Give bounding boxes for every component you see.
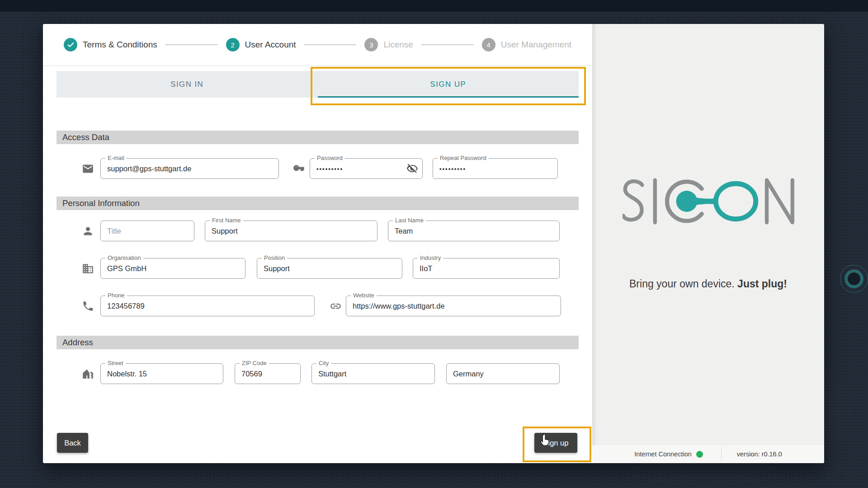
signup-form: Access Data E-mail support@gps-stuttgart… [57,131,579,384]
version-label: version: r0.16.0 [737,450,782,458]
signup-window: Terms & Conditions 2 User Account 3 Lice… [43,24,824,463]
organisation-field[interactable]: Organisation GPS GmbH [100,258,245,279]
section-header-address: Address [57,336,579,349]
repeat-password-field[interactable]: Repeat Password ••••••••• [433,158,558,179]
stepper-step-terms-conditions[interactable]: Terms & Conditions [64,38,157,52]
internet-connection-label: Internet Connection [634,450,692,458]
password-field[interactable]: Password ••••••••• [310,158,423,179]
email-label: E-mail [105,155,127,161]
city-field[interactable]: City Stuttgart [311,363,435,384]
position-field[interactable]: Position Support [257,258,402,279]
key-icon [292,162,305,175]
website-label: Website [351,292,377,299]
stepper-connector [304,44,357,45]
password-value: ••••••••• [316,165,343,172]
stepper-step-license[interactable]: 3 License [364,38,413,52]
wizard-stepper: Terms & Conditions 2 User Account 3 Lice… [43,24,592,66]
connection-status-dot [696,451,703,458]
row-organisation: Organisation GPS GmbH Position Support I… [57,258,579,279]
person-icon [81,225,94,237]
step-label: User Account [245,40,296,50]
street-label: Street [105,360,126,366]
row-contact: Phone 123456789 Website https://www.gps-… [57,296,579,316]
stepper-connector [421,44,474,45]
row-address: Street Nobelstr. 15 ZIP Code 70569 City … [57,363,579,384]
tab-sign-up[interactable]: SIGN UP [318,71,579,98]
stepper-connector [165,44,218,45]
title-placeholder: Title [107,227,121,235]
status-bar: Internet Connection version: r0.16.0 [592,445,824,463]
auth-tabs: SIGN IN SIGN UP [57,71,579,98]
row-name: Title First Name Support Last Name Team [57,221,579,241]
step-label: License [383,40,413,50]
last-name-value: Team [395,227,413,235]
email-value: support@gps-stuttgart.de [107,164,191,173]
back-button[interactable]: Back [57,433,88,453]
organisation-label: Organisation [105,254,143,261]
last-name-label: Last Name [393,217,426,224]
website-field[interactable]: Website https://www.gps-stuttgart.de [346,296,561,316]
step-label: User Management [501,40,571,50]
street-value: Nobelstr. 15 [107,370,147,378]
repeat-password-value: ••••••••• [439,165,466,172]
section-header-personal-information: Personal Information [57,197,579,210]
zip-code-label: ZIP Code [240,360,269,366]
phone-icon [81,300,94,312]
city-label: City [316,360,331,366]
tagline-regular: Bring your own device. [629,278,737,290]
step-number-badge: 3 [364,38,378,52]
city-value: Stuttgart [318,370,346,378]
stepper-step-user-account[interactable]: 2 User Account [226,38,296,52]
first-name-value: Support [212,227,238,235]
industry-label: Industry [418,254,443,261]
status-divider [721,447,722,461]
eye-off-icon[interactable] [406,163,418,174]
sicon-logo [623,177,794,226]
position-label: Position [262,254,287,261]
title-field[interactable]: Title [100,221,194,241]
check-icon [64,38,77,52]
first-name-label: First Name [210,217,243,224]
main-panel: Terms & Conditions 2 User Account 3 Lice… [43,24,592,463]
brand-tagline: Bring your own device. Just plug! [592,278,824,290]
link-icon [329,300,342,312]
position-value: Support [264,264,290,273]
industry-field[interactable]: Industry IIoT [413,258,560,279]
first-name-field[interactable]: First Name Support [205,221,377,241]
tab-sign-in[interactable]: SIGN IN [57,71,318,98]
stepper-step-user-management[interactable]: 4 User Management [482,38,571,52]
row-access-data: E-mail support@gps-stuttgart.de Password… [57,158,579,179]
brand-panel: SICON Bring your own device. Just plug! [592,24,824,463]
zip-code-field[interactable]: ZIP Code 70569 [235,363,301,384]
country-select[interactable]: Germany [446,363,560,384]
website-value: https://www.gps-stuttgart.de [353,302,445,310]
phone-field[interactable]: Phone 123456789 [100,296,315,316]
step-label: Terms & Conditions [83,40,157,50]
building-icon [81,262,94,275]
password-label: Password [315,155,345,161]
phone-value: 123456789 [107,302,145,310]
tagline-bold: Just plug! [737,278,787,290]
background-top-strip [0,0,868,12]
phone-label: Phone [105,292,127,299]
map-location-marker-icon [840,265,868,293]
form-footer: Back Sign up [57,433,579,453]
industry-value: IIoT [420,264,432,273]
home-icon [81,367,94,380]
step-number-badge: 2 [226,38,240,52]
brand-name-text: SICON [592,24,593,24]
section-header-access-data: Access Data [57,131,579,144]
hand-cursor-icon [539,434,552,447]
email-field[interactable]: E-mail support@gps-stuttgart.de [100,158,279,179]
envelope-icon [81,162,94,175]
repeat-password-label: Repeat Password [438,155,489,161]
street-field[interactable]: Street Nobelstr. 15 [100,363,223,384]
organisation-value: GPS GmbH [107,264,146,273]
step-number-badge: 4 [482,38,495,52]
last-name-field[interactable]: Last Name Team [388,221,560,241]
country-value: Germany [453,370,484,378]
zip-code-value: 70569 [241,370,262,378]
